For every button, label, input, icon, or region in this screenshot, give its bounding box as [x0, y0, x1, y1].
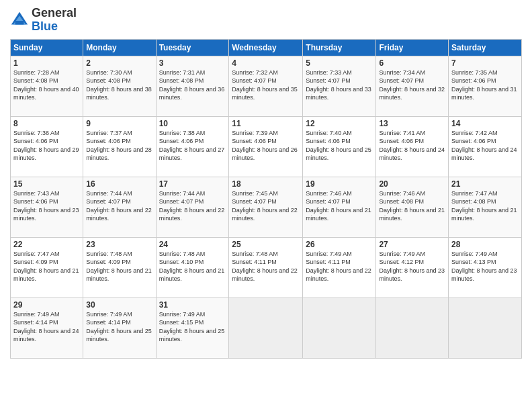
day-info: Sunrise: 7:41 AM Sunset: 4:06 PM Dayligh… [379, 129, 445, 163]
sunrise-label: Sunrise: 7:42 AM [451, 130, 498, 136]
day-number: 27 [379, 240, 445, 249]
day-info: Sunrise: 7:49 AM Sunset: 4:15 PM Dayligh… [159, 310, 226, 344]
daylight-label: Daylight: 8 hours and 26 minutes. [232, 146, 298, 162]
day-info: Sunrise: 7:46 AM Sunset: 4:07 PM Dayligh… [306, 189, 373, 223]
sunset-label: Sunset: 4:08 PM [86, 77, 131, 84]
calendar-cell: 10 Sunrise: 7:38 AM Sunset: 4:06 PM Dayl… [156, 116, 229, 177]
calendar-cell: 5 Sunrise: 7:33 AM Sunset: 4:07 PM Dayli… [303, 56, 376, 116]
daylight-label: Daylight: 8 hours and 22 minutes. [159, 207, 225, 222]
day-number: 8 [13, 119, 80, 128]
sunset-label: Sunset: 4:06 PM [451, 138, 496, 144]
sunrise-label: Sunrise: 7:49 AM [13, 311, 60, 318]
calendar-cell: 22 Sunrise: 7:47 AM Sunset: 4:09 PM Dayl… [11, 237, 83, 298]
day-info: Sunrise: 7:32 AM Sunset: 4:07 PM Dayligh… [232, 68, 300, 102]
day-number: 24 [159, 240, 226, 249]
day-number: 22 [13, 240, 80, 249]
sunset-label: Sunset: 4:09 PM [13, 259, 58, 265]
day-number: 15 [13, 179, 80, 189]
calendar-cell: 27 Sunrise: 7:49 AM Sunset: 4:12 PM Dayl… [376, 237, 449, 298]
calendar-week-row: 29 Sunrise: 7:49 AM Sunset: 4:14 PM Dayl… [11, 298, 522, 358]
logo: General Blue [10, 7, 77, 34]
sunrise-label: Sunrise: 7:36 AM [13, 130, 60, 136]
day-number: 16 [86, 179, 152, 189]
calendar-cell: 13 Sunrise: 7:41 AM Sunset: 4:06 PM Dayl… [376, 116, 449, 177]
day-info: Sunrise: 7:36 AM Sunset: 4:06 PM Dayligh… [13, 129, 80, 163]
sunset-label: Sunset: 4:06 PM [86, 138, 131, 144]
calendar-cell: 21 Sunrise: 7:47 AM Sunset: 4:08 PM Dayl… [449, 177, 522, 237]
day-number: 21 [451, 179, 519, 189]
daylight-label: Daylight: 8 hours and 21 minutes. [86, 267, 152, 283]
daylight-label: Daylight: 8 hours and 22 minutes. [86, 207, 152, 222]
daylight-label: Daylight: 8 hours and 38 minutes. [86, 86, 152, 101]
day-number: 25 [232, 240, 300, 249]
daylight-label: Daylight: 8 hours and 29 minutes. [13, 146, 79, 162]
daylight-label: Daylight: 8 hours and 24 minutes. [13, 328, 79, 343]
sunset-label: Sunset: 4:14 PM [13, 319, 58, 326]
sunset-label: Sunset: 4:07 PM [379, 77, 424, 84]
sunrise-label: Sunrise: 7:49 AM [379, 250, 425, 257]
day-info: Sunrise: 7:48 AM Sunset: 4:09 PM Dayligh… [86, 250, 152, 283]
sunset-label: Sunset: 4:06 PM [13, 138, 58, 144]
day-info: Sunrise: 7:30 AM Sunset: 4:08 PM Dayligh… [86, 68, 152, 102]
sunset-label: Sunset: 4:09 PM [86, 259, 131, 265]
daylight-label: Daylight: 8 hours and 33 minutes. [306, 86, 371, 101]
daylight-label: Daylight: 8 hours and 24 minutes. [451, 146, 517, 162]
sunrise-label: Sunrise: 7:46 AM [306, 190, 352, 197]
sunrise-label: Sunrise: 7:37 AM [86, 130, 132, 136]
day-header-wednesday: Wednesday [229, 39, 303, 56]
day-info: Sunrise: 7:35 AM Sunset: 4:06 PM Dayligh… [451, 68, 519, 102]
daylight-label: Daylight: 8 hours and 21 minutes. [306, 207, 371, 222]
calendar-week-row: 15 Sunrise: 7:43 AM Sunset: 4:06 PM Dayl… [11, 177, 522, 237]
day-number: 28 [451, 240, 519, 249]
sunset-label: Sunset: 4:12 PM [379, 259, 424, 265]
day-number: 5 [306, 58, 373, 68]
logo-general: General [32, 6, 77, 19]
calendar-cell: 14 Sunrise: 7:42 AM Sunset: 4:06 PM Dayl… [449, 116, 522, 177]
day-info: Sunrise: 7:49 AM Sunset: 4:14 PM Dayligh… [13, 310, 80, 344]
calendar-cell: 4 Sunrise: 7:32 AM Sunset: 4:07 PM Dayli… [229, 56, 303, 116]
calendar-cell: 7 Sunrise: 7:35 AM Sunset: 4:06 PM Dayli… [449, 56, 522, 116]
day-info: Sunrise: 7:49 AM Sunset: 4:11 PM Dayligh… [306, 250, 373, 283]
calendar-cell [303, 298, 376, 358]
day-number: 31 [159, 300, 226, 310]
day-number: 1 [13, 58, 80, 68]
sunrise-label: Sunrise: 7:44 AM [159, 190, 206, 197]
calendar-cell: 6 Sunrise: 7:34 AM Sunset: 4:07 PM Dayli… [376, 56, 449, 116]
sunrise-label: Sunrise: 7:48 AM [159, 250, 206, 257]
sunrise-label: Sunrise: 7:35 AM [451, 69, 498, 76]
day-number: 30 [86, 300, 152, 310]
daylight-label: Daylight: 8 hours and 23 minutes. [13, 207, 79, 222]
daylight-label: Daylight: 8 hours and 21 minutes. [379, 207, 445, 222]
sunset-label: Sunset: 4:11 PM [306, 259, 351, 265]
daylight-label: Daylight: 8 hours and 32 minutes. [379, 86, 445, 101]
day-number: 17 [159, 179, 226, 189]
calendar-cell [449, 298, 522, 358]
sunrise-label: Sunrise: 7:40 AM [306, 130, 352, 136]
daylight-label: Daylight: 8 hours and 25 minutes. [86, 328, 152, 343]
day-number: 10 [159, 119, 226, 128]
calendar-cell: 8 Sunrise: 7:36 AM Sunset: 4:06 PM Dayli… [11, 116, 83, 177]
day-header-saturday: Saturday [449, 39, 522, 56]
daylight-label: Daylight: 8 hours and 22 minutes. [232, 207, 298, 222]
day-info: Sunrise: 7:28 AM Sunset: 4:08 PM Dayligh… [13, 68, 80, 102]
daylight-label: Daylight: 8 hours and 21 minutes. [451, 207, 517, 222]
day-number: 3 [159, 58, 226, 68]
day-number: 18 [232, 179, 300, 189]
sunset-label: Sunset: 4:07 PM [232, 77, 277, 84]
calendar-cell: 23 Sunrise: 7:48 AM Sunset: 4:09 PM Dayl… [83, 237, 156, 298]
day-info: Sunrise: 7:47 AM Sunset: 4:08 PM Dayligh… [451, 189, 519, 223]
day-header-friday: Friday [376, 39, 449, 56]
sunrise-label: Sunrise: 7:46 AM [379, 190, 425, 197]
day-number: 20 [379, 179, 445, 189]
calendar-cell: 29 Sunrise: 7:49 AM Sunset: 4:14 PM Dayl… [11, 298, 83, 358]
day-number: 29 [13, 300, 80, 310]
day-info: Sunrise: 7:49 AM Sunset: 4:12 PM Dayligh… [379, 250, 445, 283]
sunset-label: Sunset: 4:15 PM [159, 319, 204, 326]
page: General Blue SundayMondayTuesdayWednesda… [0, 0, 532, 411]
sunrise-label: Sunrise: 7:49 AM [306, 250, 352, 257]
sunset-label: Sunset: 4:07 PM [86, 198, 131, 205]
sunset-label: Sunset: 4:06 PM [13, 198, 58, 205]
day-info: Sunrise: 7:44 AM Sunset: 4:07 PM Dayligh… [86, 189, 152, 223]
sunrise-label: Sunrise: 7:47 AM [451, 190, 498, 197]
sunset-label: Sunset: 4:08 PM [379, 198, 424, 205]
